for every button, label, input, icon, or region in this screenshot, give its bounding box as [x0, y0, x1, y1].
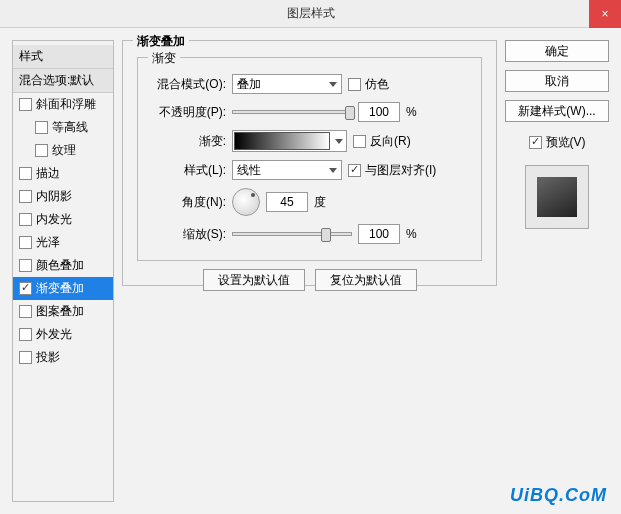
blend-options-header[interactable]: 混合选项:默认	[13, 69, 113, 93]
opacity-label: 不透明度(P):	[150, 104, 226, 121]
style-item[interactable]: 颜色叠加	[13, 254, 113, 277]
checkbox-icon	[348, 78, 361, 91]
cancel-button[interactable]: 取消	[505, 70, 609, 92]
inner-title: 渐变	[148, 50, 180, 67]
ok-button[interactable]: 确定	[505, 40, 609, 62]
styles-header[interactable]: 样式	[13, 45, 113, 69]
checkbox-icon	[353, 135, 366, 148]
preview-box	[525, 165, 589, 229]
close-icon: ×	[601, 7, 608, 21]
align-layer-checkbox[interactable]: 与图层对齐(I)	[348, 162, 436, 179]
scale-unit: %	[406, 227, 417, 241]
style-item-label: 等高线	[52, 119, 88, 136]
dialog-body: 样式混合选项:默认斜面和浮雕等高线纹理描边内阴影内发光光泽颜色叠加渐变叠加图案叠…	[0, 28, 621, 514]
checkbox-icon	[19, 259, 32, 272]
opacity-slider[interactable]	[232, 110, 352, 114]
watermark: UiBQ.CoM	[510, 485, 607, 506]
reverse-checkbox[interactable]: 反向(R)	[353, 133, 411, 150]
checkbox-icon	[19, 305, 32, 318]
options-panel: 渐变叠加 渐变 混合模式(O): 叠加 仿色 不透明度(P):	[122, 40, 497, 502]
style-item[interactable]: 投影	[13, 346, 113, 369]
style-item-label: 斜面和浮雕	[36, 96, 96, 113]
style-item-label: 投影	[36, 349, 60, 366]
style-item[interactable]: 斜面和浮雕	[13, 93, 113, 116]
dither-checkbox[interactable]: 仿色	[348, 76, 389, 93]
checkbox-icon	[19, 351, 32, 364]
style-item-label: 渐变叠加	[36, 280, 84, 297]
group-title: 渐变叠加	[133, 33, 189, 50]
window-title: 图层样式	[287, 5, 335, 22]
gradient-label: 渐变:	[150, 133, 226, 150]
angle-label: 角度(N):	[150, 194, 226, 211]
set-default-button[interactable]: 设置为默认值	[203, 269, 305, 291]
style-item[interactable]: 外发光	[13, 323, 113, 346]
checkbox-icon	[19, 190, 32, 203]
checkbox-icon	[35, 144, 48, 157]
preview-swatch	[537, 177, 577, 217]
opacity-input[interactable]	[358, 102, 400, 122]
checkbox-icon	[19, 328, 32, 341]
style-item[interactable]: 内阴影	[13, 185, 113, 208]
blend-mode-select[interactable]: 叠加	[232, 74, 342, 94]
gradient-swatch-icon	[234, 132, 330, 150]
close-button[interactable]: ×	[589, 0, 621, 28]
scale-label: 缩放(S):	[150, 226, 226, 243]
style-item-label: 颜色叠加	[36, 257, 84, 274]
new-style-button[interactable]: 新建样式(W)...	[505, 100, 609, 122]
style-item[interactable]: 内发光	[13, 208, 113, 231]
title-bar: 图层样式 ×	[0, 0, 621, 28]
checkbox-icon	[19, 236, 32, 249]
scale-input[interactable]	[358, 224, 400, 244]
angle-unit: 度	[314, 194, 326, 211]
preview-checkbox[interactable]: 预览(V)	[505, 134, 609, 151]
style-item-label: 纹理	[52, 142, 76, 159]
style-item-label: 图案叠加	[36, 303, 84, 320]
slider-thumb-icon	[345, 106, 355, 120]
action-panel: 确定 取消 新建样式(W)... 预览(V)	[505, 40, 609, 502]
style-item[interactable]: 图案叠加	[13, 300, 113, 323]
style-item-label: 光泽	[36, 234, 60, 251]
style-item[interactable]: 光泽	[13, 231, 113, 254]
checkbox-icon	[19, 213, 32, 226]
blend-mode-label: 混合模式(O):	[150, 76, 226, 93]
styles-panel: 样式混合选项:默认斜面和浮雕等高线纹理描边内阴影内发光光泽颜色叠加渐变叠加图案叠…	[12, 40, 114, 502]
scale-slider[interactable]	[232, 232, 352, 236]
checkbox-icon	[529, 136, 542, 149]
style-item-label: 外发光	[36, 326, 72, 343]
angle-input[interactable]	[266, 192, 308, 212]
checkbox-icon	[348, 164, 361, 177]
checkbox-icon	[19, 98, 32, 111]
style-item[interactable]: 描边	[13, 162, 113, 185]
style-item[interactable]: 等高线	[13, 116, 113, 139]
style-item-label: 内阴影	[36, 188, 72, 205]
style-item[interactable]: 渐变叠加	[13, 277, 113, 300]
style-item-label: 内发光	[36, 211, 72, 228]
style-label: 样式(L):	[150, 162, 226, 179]
style-select[interactable]: 线性	[232, 160, 342, 180]
style-list: 样式混合选项:默认斜面和浮雕等高线纹理描边内阴影内发光光泽颜色叠加渐变叠加图案叠…	[13, 45, 113, 369]
opacity-unit: %	[406, 105, 417, 119]
slider-thumb-icon	[321, 228, 331, 242]
style-item[interactable]: 纹理	[13, 139, 113, 162]
reset-default-button[interactable]: 复位为默认值	[315, 269, 417, 291]
checkbox-icon	[19, 167, 32, 180]
angle-dial[interactable]	[232, 188, 260, 216]
gradient-picker[interactable]	[232, 130, 347, 152]
checkbox-icon	[19, 282, 32, 295]
checkbox-icon	[35, 121, 48, 134]
style-item-label: 描边	[36, 165, 60, 182]
